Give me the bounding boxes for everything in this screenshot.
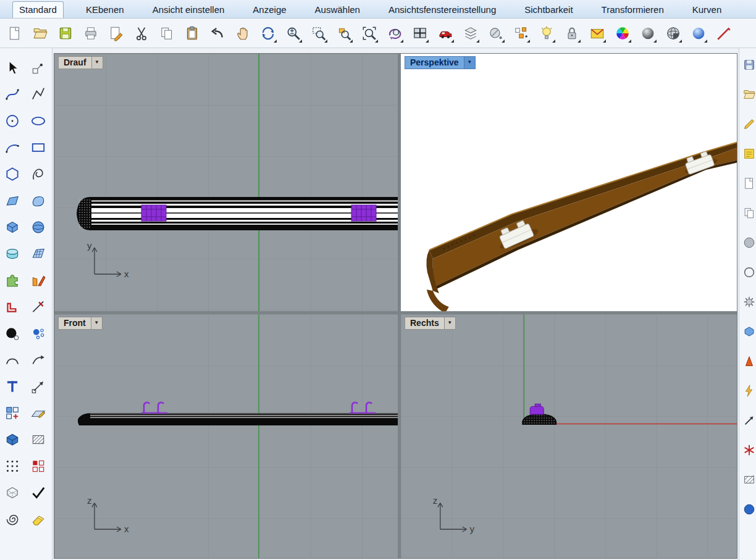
viewport-drauf[interactable]: Drauf ▼	[54, 54, 398, 311]
tool-hatch-icon[interactable]	[28, 431, 49, 448]
viewport-title-dropdown-icon[interactable]: ▼	[445, 317, 456, 330]
tool-surface-from-network-icon[interactable]	[28, 245, 49, 262]
side-gear-icon[interactable]	[742, 295, 756, 309]
viewport-title-drauf[interactable]: Drauf ▼	[58, 56, 103, 69]
zoom-window-icon[interactable]	[309, 23, 329, 44]
copy-icon[interactable]	[157, 23, 177, 44]
tool-shaded-box-icon[interactable]	[2, 431, 23, 448]
menu-tab-sichtbarkeit[interactable]: Sichtbarkeit	[518, 2, 579, 18]
lock-objects-icon[interactable]	[562, 23, 582, 44]
menu-tab-ansichtsfenstereinstellung[interactable]: Ansichtsfenstereinstellung	[382, 2, 502, 18]
viewport-canvas-rechts[interactable]: z y	[401, 314, 737, 558]
paste-icon[interactable]	[182, 23, 202, 44]
tool-select-icon[interactable]	[2, 59, 23, 77]
color-picker-icon[interactable]	[613, 23, 632, 44]
tool-box-icon[interactable]	[2, 219, 23, 236]
menu-tab-standard[interactable]: Standard	[12, 1, 64, 18]
tool-arc-icon[interactable]	[2, 139, 23, 156]
tool-spiral-icon[interactable]	[2, 511, 23, 528]
side-page-icon[interactable]	[742, 177, 756, 190]
tool-sphere-icon[interactable]	[28, 219, 49, 236]
tool-trim-icon[interactable]	[28, 298, 49, 316]
tool-extract-isocurve-icon[interactable]	[2, 298, 23, 316]
side-circle-outline-icon[interactable]	[742, 265, 756, 279]
side-arrow-ne-icon[interactable]	[742, 414, 756, 427]
viewport-title-dropdown-icon[interactable]: ▼	[91, 317, 103, 330]
tool-array-icon[interactable]	[28, 458, 49, 475]
tool-control-point-curve-icon[interactable]	[2, 86, 23, 103]
tool-ellipse-icon[interactable]	[28, 112, 49, 130]
save-file-icon[interactable]	[56, 23, 75, 44]
menu-tab-anzeige[interactable]: Anzeige	[246, 2, 292, 18]
viewport-front[interactable]: Front ▼	[54, 314, 398, 558]
named-views-icon[interactable]	[435, 23, 455, 44]
cut-icon[interactable]	[132, 23, 151, 44]
menu-tab-kurven[interactable]: Kurven	[686, 2, 728, 18]
side-sphere-gray-icon[interactable]	[742, 236, 756, 249]
side-hatch-small-icon[interactable]	[742, 473, 756, 487]
viewport-title-front[interactable]: Front ▼	[58, 317, 103, 330]
side-edit-pencil-icon[interactable]	[742, 117, 756, 131]
tool-point-icon[interactable]	[28, 59, 49, 77]
open-file-icon[interactable]	[30, 23, 50, 44]
send-mail-icon[interactable]	[587, 23, 607, 44]
undo-icon[interactable]	[208, 23, 227, 44]
zoom-extents-icon[interactable]	[359, 23, 379, 44]
tool-drape-icon[interactable]	[2, 325, 23, 342]
tool-circle-icon[interactable]	[2, 112, 23, 130]
viewport-canvas-drauf[interactable]: y x	[54, 54, 398, 311]
viewport-title-dropdown-icon[interactable]: ▼	[464, 56, 476, 69]
side-box-blue-icon[interactable]	[742, 325, 756, 338]
tool-cutting-plane-icon[interactable]	[28, 404, 49, 422]
undo-view-change-icon[interactable]	[385, 23, 405, 44]
print-icon[interactable]	[81, 23, 101, 44]
viewport-title-dropdown-icon[interactable]: ▼	[92, 56, 103, 69]
side-copy-page-icon[interactable]	[742, 206, 756, 220]
pan-hand-icon[interactable]	[233, 23, 253, 44]
side-sphere-blue-icon[interactable]	[742, 503, 756, 516]
menu-tab-kebenen[interactable]: KEbenen	[80, 2, 130, 18]
tool-rectangle-icon[interactable]	[28, 139, 49, 156]
partial-edge-icon[interactable]	[714, 23, 734, 44]
tool-wireframe-box-icon[interactable]	[2, 484, 23, 501]
tool-leader-dimension-icon[interactable]	[28, 378, 49, 395]
tool-freeform-curve-icon[interactable]	[28, 165, 49, 183]
side-asterisk-red-icon[interactable]	[742, 443, 756, 457]
tool-polygon-icon[interactable]	[2, 165, 23, 183]
zoom-selected-icon[interactable]	[334, 23, 354, 44]
tool-text-icon[interactable]	[2, 378, 23, 395]
side-note-icon[interactable]	[742, 147, 756, 161]
viewport-perspektive[interactable]: Perspektive ▼	[401, 54, 737, 311]
tool-patch-surface-icon[interactable]	[28, 192, 49, 209]
viewport-canvas-front[interactable]: z x	[54, 314, 398, 558]
menu-tab-transformieren[interactable]: Transformieren	[595, 2, 670, 18]
tool-fillet-surface-icon[interactable]	[28, 272, 49, 289]
viewport-title-perspektive[interactable]: Perspektive ▼	[405, 56, 476, 69]
menu-tab-auswaehlen[interactable]: Auswählen	[309, 2, 366, 18]
tool-polyline-icon[interactable]	[28, 86, 49, 103]
layer-manager-icon[interactable]	[461, 23, 481, 44]
rotate-view-icon[interactable]	[258, 23, 278, 44]
side-open-icon[interactable]	[742, 88, 756, 101]
side-save-icon[interactable]	[742, 58, 756, 72]
edit-properties-icon[interactable]	[106, 23, 126, 44]
tool-extend-curve-icon[interactable]	[28, 351, 49, 369]
tool-cylinder-icon[interactable]	[2, 245, 23, 262]
render-sphere-dark-icon[interactable]	[638, 23, 658, 44]
side-lightning-icon[interactable]	[742, 384, 756, 398]
tool-check-analyze-icon[interactable]	[28, 484, 49, 501]
object-snap-points-icon[interactable]	[511, 23, 531, 44]
render-lamp-icon[interactable]	[537, 23, 556, 44]
tool-surface-3pt-icon[interactable]	[2, 192, 23, 209]
tool-eraser-icon[interactable]	[28, 511, 49, 528]
new-document-icon[interactable]	[5, 23, 25, 44]
render-sphere-wireframe-icon[interactable]	[663, 23, 683, 44]
zoom-dynamic-icon[interactable]	[284, 23, 303, 44]
tool-point-cloud-icon[interactable]	[28, 325, 49, 342]
side-flame-icon[interactable]	[742, 354, 756, 368]
viewport-rechts[interactable]: Rechts ▼	[401, 314, 737, 558]
tool-blend-curve-icon[interactable]	[2, 351, 23, 369]
tool-boolean-icon[interactable]	[2, 272, 23, 289]
tool-snap-grid-icon[interactable]	[2, 458, 23, 475]
viewport-layout-icon[interactable]	[410, 23, 430, 44]
